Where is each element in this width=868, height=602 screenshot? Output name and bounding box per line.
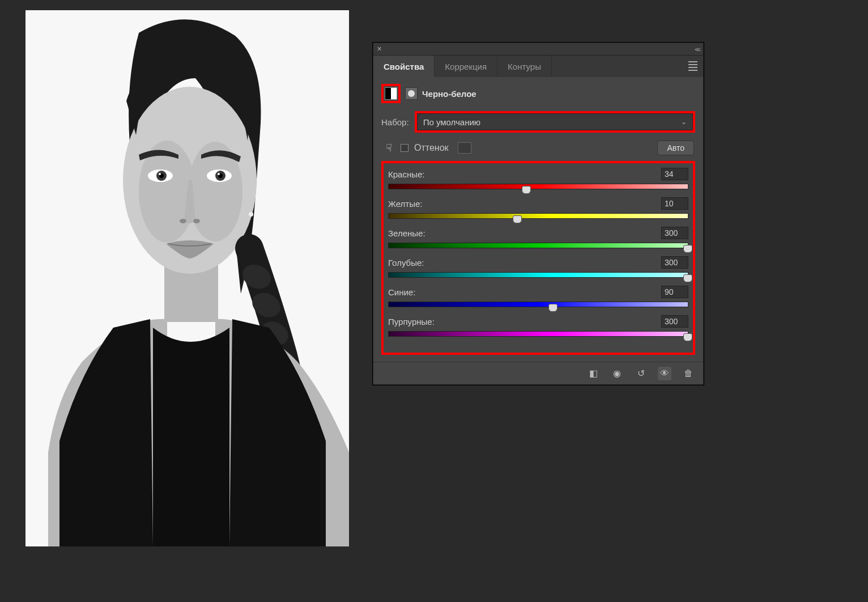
slider-yellows-track[interactable] (388, 213, 688, 219)
tint-swatch[interactable] (458, 142, 471, 154)
slider-magentas-track[interactable] (388, 331, 688, 337)
close-icon[interactable]: ✕ (377, 45, 382, 53)
targeted-adjustment-icon[interactable]: ☟ (382, 142, 395, 154)
panel-topbar: ✕ << (373, 43, 703, 56)
highlight-preset: По умолчанию ⌄ (415, 111, 695, 133)
slider-magentas: Пурпурные: 300 (388, 315, 688, 337)
slider-reds-label: Красные: (388, 169, 425, 179)
preset-label: Набор: (381, 117, 409, 127)
slider-blues: Синие: 90 (388, 286, 688, 307)
black-white-icon[interactable] (385, 87, 397, 100)
trash-icon[interactable]: 🗑 (682, 367, 695, 380)
slider-reds-thumb[interactable] (522, 186, 531, 194)
properties-panel: ✕ << Свойства Коррекция Контуры Черно-бе… (373, 43, 704, 385)
slider-blues-value[interactable]: 90 (661, 286, 688, 298)
collapse-icon[interactable]: << (695, 46, 700, 53)
slider-greens: Зеленые: 300 (388, 227, 688, 248)
panel-menu-icon[interactable] (688, 61, 697, 71)
slider-reds: Красные: 34 (388, 168, 688, 189)
layer-mask-icon[interactable] (405, 87, 418, 100)
adjustment-header: Черно-белое (381, 84, 695, 103)
preset-dropdown[interactable]: По умолчанию ⌄ (417, 113, 693, 130)
tint-label: Оттенок (414, 143, 449, 153)
tab-paths[interactable]: Контуры (497, 56, 552, 77)
preset-value: По умолчанию (423, 117, 480, 127)
auto-button[interactable]: Авто (657, 141, 694, 155)
slider-magentas-label: Пурпурные: (388, 317, 435, 327)
reset-icon[interactable]: ↺ (634, 367, 648, 380)
slider-greens-label: Зеленые: (388, 228, 426, 238)
chevron-down-icon: ⌄ (681, 118, 687, 126)
tint-checkbox[interactable] (401, 144, 409, 152)
slider-magentas-value[interactable]: 300 (661, 315, 688, 328)
clip-to-layer-icon[interactable]: ◧ (586, 367, 600, 380)
slider-yellows-value[interactable]: 10 (661, 197, 688, 210)
adjustment-title: Черно-белое (422, 89, 476, 99)
slider-cyans-label: Голубые: (388, 258, 424, 268)
slider-cyans-thumb[interactable] (683, 274, 692, 282)
svg-point-13 (180, 219, 186, 223)
slider-greens-value[interactable]: 300 (661, 227, 688, 239)
slider-reds-track[interactable] (388, 184, 688, 189)
slider-blues-label: Синие: (388, 287, 415, 297)
slider-cyans-value[interactable]: 300 (661, 256, 688, 269)
document-canvas[interactable] (25, 10, 349, 546)
highlight-adjustment-icon (381, 84, 401, 103)
slider-magentas-thumb[interactable] (683, 333, 692, 341)
view-previous-icon[interactable]: ◉ (610, 367, 624, 380)
tabs-row: Свойства Коррекция Контуры (373, 56, 703, 77)
highlight-sliders: Красные: 34 Желтые: 10 Зеленые: (381, 161, 695, 355)
visibility-icon[interactable]: 👁 (658, 367, 671, 380)
slider-blues-thumb[interactable] (548, 304, 558, 312)
slider-cyans-track[interactable] (388, 272, 688, 278)
panel-footer: ◧ ◉ ↺ 👁 🗑 (373, 362, 703, 384)
slider-greens-track[interactable] (388, 243, 688, 248)
slider-reds-value[interactable]: 34 (661, 168, 688, 180)
slider-blues-track[interactable] (388, 302, 688, 307)
svg-point-11 (159, 173, 161, 175)
svg-point-14 (193, 219, 200, 223)
tab-adjustments[interactable]: Коррекция (435, 56, 497, 77)
slider-cyans: Голубые: 300 (388, 256, 688, 278)
slider-yellows-label: Желтые: (388, 199, 422, 209)
tab-properties[interactable]: Свойства (373, 56, 435, 77)
slider-greens-thumb[interactable] (683, 245, 692, 253)
slider-yellows: Желтые: 10 (388, 197, 688, 219)
svg-point-12 (218, 173, 220, 175)
svg-point-15 (249, 212, 253, 217)
slider-yellows-thumb[interactable] (513, 215, 522, 223)
